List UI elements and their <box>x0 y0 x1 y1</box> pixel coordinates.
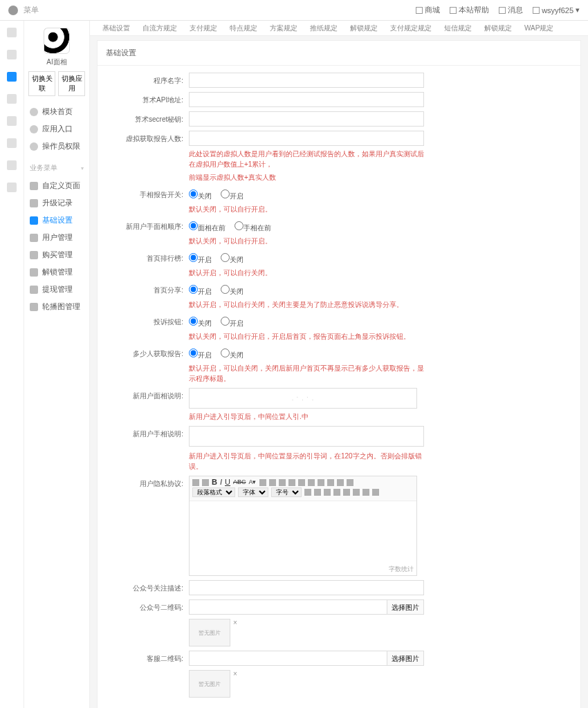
tab[interactable]: 自流方规定 <box>137 21 183 36</box>
rail-grid-icon[interactable] <box>7 50 17 59</box>
switch-relation-button[interactable]: 切换关联 <box>28 71 55 96</box>
sidebar-item[interactable]: 轮播图管理 <box>28 298 85 315</box>
rail-item-icon[interactable] <box>7 116 17 126</box>
tb-icon[interactable] <box>304 489 311 496</box>
table-icon[interactable] <box>327 479 334 486</box>
tab[interactable]: 解锁规定 <box>479 21 517 36</box>
program-name-input[interactable] <box>189 73 424 88</box>
switch-app-button[interactable]: 切换应用 <box>58 71 85 96</box>
qr1-path-input[interactable] <box>189 599 387 615</box>
help-icon <box>450 7 457 14</box>
color-icon[interactable]: A▾ <box>248 479 256 485</box>
rank-on-radio[interactable] <box>189 253 198 262</box>
tab[interactable]: 方案规定 <box>264 21 303 36</box>
tab[interactable]: 支付规定规定 <box>385 21 437 36</box>
tab[interactable]: 推纸规定 <box>304 21 343 36</box>
emoji-icon[interactable] <box>337 479 344 486</box>
biz-menu-header[interactable]: 业务菜单▾ <box>28 159 85 177</box>
sidebar-item[interactable]: 应用入口 <box>28 120 85 138</box>
sidebar-item[interactable]: 操作员权限 <box>28 138 85 155</box>
tb-icon[interactable] <box>343 489 350 496</box>
tab[interactable]: 短信规定 <box>439 21 477 36</box>
qr1-remove-icon[interactable]: × <box>233 619 237 626</box>
align-center-icon[interactable] <box>269 479 276 486</box>
redo-icon[interactable] <box>202 479 209 486</box>
italic-icon[interactable]: I <box>220 478 222 486</box>
order-hand-radio[interactable] <box>235 221 244 230</box>
sidebar-item[interactable]: 解锁管理 <box>28 263 85 281</box>
tb-icon[interactable] <box>314 489 321 496</box>
rank-off-radio[interactable] <box>221 253 230 262</box>
ol-icon[interactable] <box>298 479 305 486</box>
howmany-off-radio[interactable] <box>221 348 230 357</box>
nav-mall[interactable]: 商城 <box>416 5 440 15</box>
complaint-on-radio[interactable] <box>221 317 230 326</box>
share-on-radio[interactable] <box>189 285 198 294</box>
editor-stats: 字数统计 <box>190 563 416 575</box>
report-on-radio[interactable] <box>221 189 230 198</box>
nav-msg[interactable]: 消息 <box>499 5 523 15</box>
rail-item-icon[interactable] <box>7 160 17 170</box>
sidebar-item[interactable]: 升级记录 <box>28 194 85 212</box>
rail-active-icon[interactable] <box>7 72 17 82</box>
tb-icon[interactable] <box>324 489 331 496</box>
qr1-pick-button[interactable]: 选择图片 <box>387 599 424 615</box>
tb-icon[interactable] <box>333 489 340 496</box>
tb-icon[interactable] <box>362 489 369 496</box>
tb-icon[interactable] <box>353 489 360 496</box>
rail-home-icon[interactable] <box>7 28 17 37</box>
editor-body[interactable] <box>190 501 416 563</box>
align-left-icon[interactable] <box>259 479 266 486</box>
qr2-remove-icon[interactable]: × <box>233 670 237 678</box>
share-off-radio[interactable] <box>221 285 230 294</box>
tab[interactable]: 特点规定 <box>224 21 263 36</box>
undo-icon[interactable] <box>192 479 199 486</box>
sidebar-item[interactable]: 用户管理 <box>28 229 85 246</box>
bell-icon <box>499 7 506 14</box>
tab[interactable]: 支付规定 <box>184 21 223 36</box>
rail-item-icon[interactable] <box>7 138 17 148</box>
report-off-radio[interactable] <box>189 189 198 198</box>
complaint-off-radio[interactable] <box>189 317 198 326</box>
secret-input[interactable] <box>189 111 424 127</box>
image-icon[interactable] <box>318 479 324 486</box>
sidebar-item[interactable]: 模块首页 <box>28 103 85 120</box>
rail-item-icon[interactable] <box>7 94 17 104</box>
hand-desc-textarea[interactable] <box>189 426 424 447</box>
link-icon[interactable] <box>308 479 315 486</box>
underline-icon[interactable]: U <box>225 478 230 486</box>
menu-label: 操作员权限 <box>42 141 80 151</box>
follow-desc-input[interactable] <box>189 580 424 595</box>
font-select[interactable]: 字体 <box>238 487 268 497</box>
sidebar-item[interactable]: 自定义页面 <box>28 177 85 194</box>
tab[interactable]: WAP规定 <box>519 21 559 36</box>
gear-icon <box>30 268 38 277</box>
qr2-pick-button[interactable]: 选择图片 <box>387 651 424 666</box>
size-select[interactable]: 字号 <box>271 487 302 497</box>
strike-icon[interactable]: ABC <box>233 479 246 485</box>
menu-label[interactable]: 菜单 <box>24 5 39 15</box>
tb-icon[interactable] <box>372 489 379 496</box>
qr1-preview: 暂无图片 <box>189 619 230 646</box>
virtual-hint-1: 此处设置的虚拟人数是用户看到的已经测试报告的人数，如果用户真实测试后在虚拟用户数… <box>189 149 424 169</box>
sidebar-item[interactable]: 基础设置 <box>28 212 85 229</box>
howmany-on-radio[interactable] <box>189 348 198 357</box>
menu-icon <box>30 142 38 151</box>
format-select[interactable]: 段落格式 <box>192 487 235 497</box>
bold-icon[interactable]: B <box>212 478 217 486</box>
tab[interactable]: 基础设置 <box>97 21 136 36</box>
sidebar-item[interactable]: 提现管理 <box>28 281 85 298</box>
order-face-radio[interactable] <box>189 221 198 230</box>
api-input[interactable] <box>189 92 424 107</box>
align-right-icon[interactable] <box>279 479 286 486</box>
icon-rail <box>0 21 24 708</box>
nav-help[interactable]: 本站帮助 <box>450 5 489 15</box>
qr2-path-input[interactable] <box>189 651 387 666</box>
list-icon[interactable] <box>288 479 295 486</box>
nav-user[interactable]: wsyyf625 ▾ <box>533 6 580 15</box>
virtual-count-input[interactable] <box>189 131 424 146</box>
sidebar-item[interactable]: 购买管理 <box>28 246 85 263</box>
more-icon[interactable] <box>347 479 353 486</box>
tab[interactable]: 解锁规定 <box>344 21 383 36</box>
rail-item-icon[interactable] <box>7 183 17 192</box>
